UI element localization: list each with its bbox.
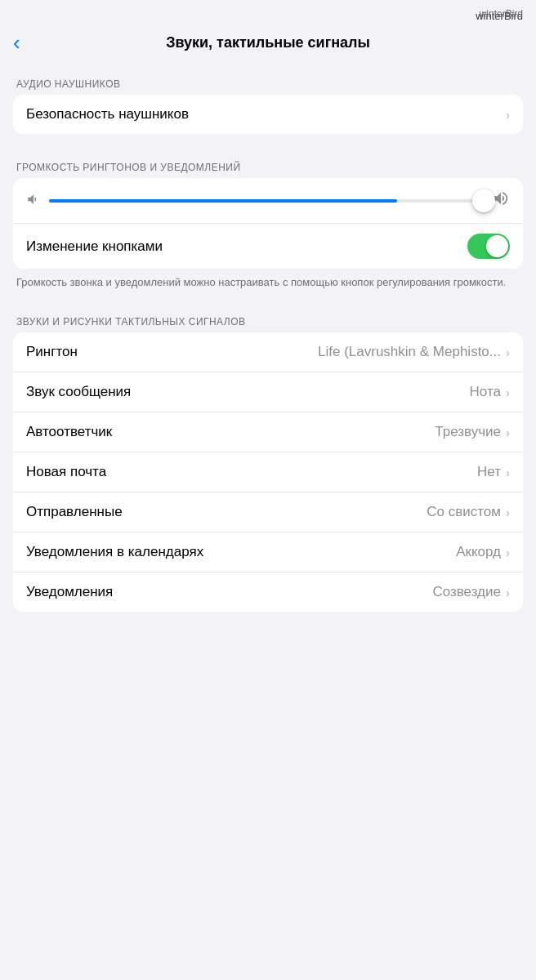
volume-buttons-toggle-row: Изменение кнопками <box>13 224 523 269</box>
volume-buttons-toggle[interactable] <box>467 234 510 259</box>
sounds-section: ЗВУКИ И РИСУНКИ ТАКТИЛЬНЫХ СИГНАЛОВ Ринг… <box>0 301 536 612</box>
calendar-alerts-right: Аккорд › <box>456 544 510 560</box>
ringtone-item[interactable]: Рингтон Life (Lavrushkin & Mephisto... › <box>13 332 523 372</box>
message-sound-item[interactable]: Звук сообщения Нота › <box>13 372 523 412</box>
volume-slider-row <box>13 178 523 224</box>
reminders-value: Созвездие <box>432 584 501 600</box>
new-mail-right: Нет › <box>477 464 510 480</box>
ringtone-label: Рингтон <box>26 344 78 360</box>
calendar-alerts-label: Уведомления в календарях <box>26 544 203 560</box>
audio-headphones-section: АУДИО НАУШНИКОВ Безопасность наушников › <box>0 64 536 134</box>
sent-mail-value: Со свистом <box>427 504 501 520</box>
ringtone-value: Life (Lavrushkin & Mephisto... <box>318 344 501 360</box>
ringtone-right: Life (Lavrushkin & Mephisto... › <box>318 344 510 360</box>
volume-card: Изменение кнопками <box>13 178 523 269</box>
watermark: winterBird <box>480 8 523 20</box>
volume-slider-fill <box>49 199 397 203</box>
page-title: Звуки, тактильные сигналы <box>166 34 370 51</box>
volume-section-label: ГРОМКОСТЬ РИНГТОНОВ И УВЕДОМЛЕНИЙ <box>0 147 536 178</box>
volume-helper-text: Громкость звонка и уведомлений можно нас… <box>0 269 536 301</box>
chevron-icon: › <box>506 506 510 519</box>
audio-headphones-card: Безопасность наушников › <box>13 95 523 134</box>
new-mail-label: Новая почта <box>26 464 106 480</box>
voicemail-right: Трезвучие › <box>435 424 510 440</box>
sent-mail-label: Отправленные <box>26 504 123 520</box>
chevron-icon: › <box>506 546 510 559</box>
sent-mail-item[interactable]: Отправленные Со свистом › <box>13 492 523 532</box>
sent-mail-right: Со свистом › <box>427 504 510 520</box>
nav-bar: ‹ Звуки, тактильные сигналы <box>0 25 536 64</box>
volume-low-icon <box>26 192 41 210</box>
reminders-right: Созвездие › <box>432 584 510 600</box>
headphone-safety-right: › <box>506 108 510 122</box>
voicemail-label: Автоответчик <box>26 424 112 440</box>
sounds-section-label: ЗВУКИ И РИСУНКИ ТАКТИЛЬНЫХ СИГНАЛОВ <box>0 301 536 332</box>
status-bar: winterBird <box>0 0 536 25</box>
volume-section: ГРОМКОСТЬ РИНГТОНОВ И УВЕДОМЛЕНИЙ Измене… <box>0 147 536 301</box>
voicemail-item[interactable]: Автоответчик Трезвучие › <box>13 412 523 452</box>
volume-slider-track[interactable] <box>49 199 484 203</box>
back-chevron-icon: ‹ <box>13 30 20 56</box>
chevron-icon: › <box>506 108 510 122</box>
chevron-icon: › <box>506 385 510 399</box>
message-sound-value: Нота <box>470 384 501 400</box>
back-button[interactable]: ‹ <box>13 30 20 56</box>
toggle-knob <box>486 235 508 257</box>
chevron-icon: › <box>506 466 510 479</box>
message-sound-right: Нота › <box>470 384 510 400</box>
audio-headphones-label: АУДИО НАУШНИКОВ <box>0 64 536 95</box>
reminders-label: Уведомления <box>26 584 113 600</box>
volume-slider-thumb <box>472 189 495 212</box>
reminders-item[interactable]: Уведомления Созвездие › <box>13 572 523 612</box>
headphone-safety-label: Безопасность наушников <box>26 106 189 122</box>
voicemail-value: Трезвучие <box>435 424 501 440</box>
message-sound-label: Звук сообщения <box>26 384 131 400</box>
chevron-icon: › <box>506 586 510 599</box>
headphone-safety-item[interactable]: Безопасность наушников › <box>13 95 523 134</box>
sounds-card: Рингтон Life (Lavrushkin & Mephisto... ›… <box>13 332 523 612</box>
new-mail-value: Нет <box>477 464 501 480</box>
chevron-icon: › <box>506 425 510 439</box>
toggle-label: Изменение кнопками <box>26 238 163 255</box>
chevron-icon: › <box>506 345 510 359</box>
new-mail-item[interactable]: Новая почта Нет › <box>13 452 523 492</box>
calendar-alerts-value: Аккорд <box>456 544 501 560</box>
calendar-alerts-item[interactable]: Уведомления в календарях Аккорд › <box>13 532 523 572</box>
